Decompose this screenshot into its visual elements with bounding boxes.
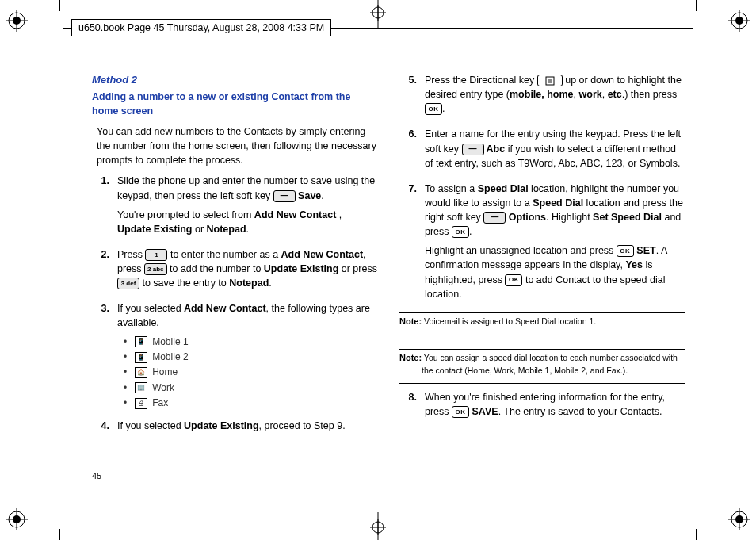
note-2: Note: You can assign a speed dial locati… <box>399 352 685 377</box>
label: Update Existing <box>264 263 338 274</box>
type-label: Fax <box>152 396 168 410</box>
label: Notepad <box>207 224 246 235</box>
registration-mark-icon <box>370 5 386 21</box>
key1-icon: 1 <box>145 249 167 261</box>
left-column: Method 2 Adding a number to a new or exi… <box>92 73 377 469</box>
text: to enter the number as a <box>167 249 281 260</box>
label: Update Existing <box>117 224 192 235</box>
fax-icon: 🖨 <box>135 398 147 409</box>
text: If you selected <box>117 420 184 431</box>
mobile2-icon: 📱 <box>135 352 147 363</box>
label: Abc <box>484 144 506 155</box>
text: Press the Directional key <box>425 75 537 86</box>
note-1: Note: Voicemail is assigned to Speed Dia… <box>399 316 685 328</box>
type-label: Mobile 1 <box>152 335 188 349</box>
label: mobile, home <box>510 89 574 100</box>
page-number: 45 <box>92 470 101 483</box>
page-body: Method 2 Adding a number to a new or exi… <box>92 73 685 469</box>
text: or <box>192 224 206 235</box>
text: Slide the phone up and enter the number … <box>117 175 375 201</box>
registration-mark-icon <box>728 10 750 32</box>
text: You're prompted to select from <box>117 209 254 220</box>
label: Yes <box>625 259 643 270</box>
step-3: 3. If you selected Add New Contact, the … <box>97 301 377 412</box>
type-item: 📱Mobile 1 <box>124 335 377 349</box>
text: or press <box>338 263 377 274</box>
type-item: 📱Mobile 2 <box>124 350 377 364</box>
intro-paragraph: You can add new numbers to the Contacts … <box>97 124 377 167</box>
text: to add the number to <box>167 263 264 274</box>
home-icon: 🏠 <box>135 367 147 378</box>
crop-mark <box>696 0 697 11</box>
registration-mark-icon <box>6 508 28 530</box>
ok-icon: OK <box>425 103 442 115</box>
ok-icon: OK <box>505 274 522 286</box>
text: , <box>602 89 608 100</box>
type-label: Mobile 2 <box>152 350 188 364</box>
note-label: Note: <box>399 353 422 362</box>
label: Add New Contact <box>184 303 265 314</box>
step-number: 6. <box>404 127 425 174</box>
registration-mark-icon <box>370 519 386 535</box>
softkey-icon <box>462 144 484 155</box>
crop-mark <box>59 0 60 11</box>
step-number: 8. <box>404 390 425 423</box>
note-label: Note: <box>399 316 422 326</box>
label: Add New Contact <box>254 209 336 220</box>
ok-icon: OK <box>452 406 469 418</box>
divider <box>399 335 685 335</box>
softkey-icon <box>483 212 506 224</box>
label: SET <box>634 245 656 256</box>
label: Speed Dial <box>533 197 583 209</box>
text: To assign a <box>425 183 478 194</box>
key2-icon: 2 abc <box>144 263 166 275</box>
svg-rect-23 <box>548 79 552 83</box>
text: , <box>574 89 579 100</box>
step-number: 2. <box>97 247 117 295</box>
text: to save the entry to <box>139 278 229 289</box>
key3-icon: 3 def <box>117 278 139 289</box>
section-subtitle: Adding a number to a new or existing Con… <box>92 90 377 118</box>
label-save: Save <box>296 190 322 201</box>
type-item: 🏢Work <box>124 381 377 395</box>
text: . <box>442 103 445 114</box>
text: .) then press <box>622 89 677 100</box>
mobile1-icon: 📱 <box>135 336 147 347</box>
step-number: 4. <box>97 419 117 438</box>
text: . Highlight <box>546 212 593 223</box>
divider <box>399 383 685 384</box>
text: . <box>321 190 323 201</box>
step-2: 2. Press 1 to enter the number as a Add … <box>97 247 377 295</box>
step-8: 8. When you're finished entering informa… <box>404 390 685 423</box>
type-label: Work <box>152 381 174 395</box>
step-5: 5. Press the Directional key up or down … <box>404 73 685 121</box>
registration-mark-icon <box>6 10 28 32</box>
divider <box>399 349 685 350</box>
dpad-icon <box>537 75 563 86</box>
crop-mark <box>59 529 60 540</box>
work-icon: 🏢 <box>135 382 147 393</box>
label: Speed Dial <box>478 183 529 194</box>
text: . <box>269 278 271 289</box>
label: Update Existing <box>184 420 258 431</box>
type-item: 🏠Home <box>124 366 377 379</box>
text: If you selected <box>117 303 184 314</box>
note-text: You can assign a speed dial location to … <box>422 353 678 375</box>
type-label: Home <box>152 366 178 379</box>
step-1: 1. Slide the phone up and enter the numb… <box>97 174 377 241</box>
text: Highlight an unassigned location and pre… <box>425 245 617 256</box>
text: . The entry is saved to your Contacts. <box>498 406 662 417</box>
text: , proceed to Step 9. <box>259 420 346 431</box>
label: Options <box>506 212 546 223</box>
label: Notepad <box>229 278 269 289</box>
page-header: u650.book Page 45 Thursday, August 28, 2… <box>71 19 331 36</box>
text: , <box>336 209 342 220</box>
step-number: 5. <box>404 73 425 121</box>
method-title: Method 2 <box>92 73 377 88</box>
step-6: 6. Enter a name for the entry using the … <box>404 127 685 174</box>
step-number: 3. <box>97 301 117 412</box>
label: Add New Contact <box>281 249 363 260</box>
step-number: 7. <box>404 182 425 306</box>
divider <box>399 312 685 313</box>
note-text: Voicemail is assigned to Speed Dial loca… <box>422 316 596 326</box>
